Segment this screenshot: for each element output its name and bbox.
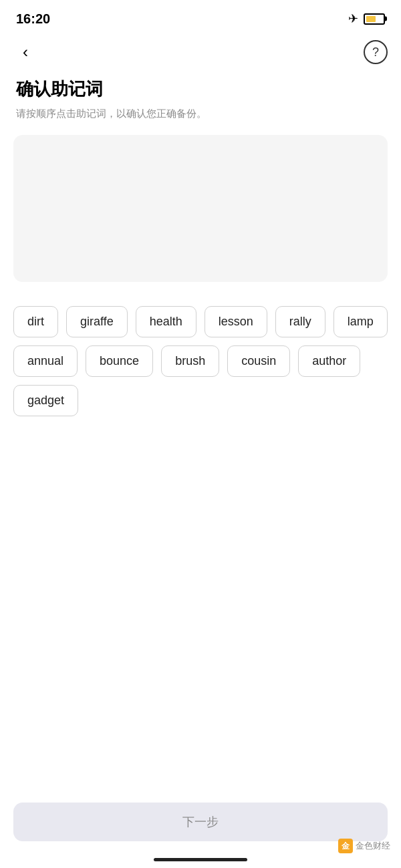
- help-button[interactable]: ?: [364, 40, 388, 64]
- word-chip-annual[interactable]: annual: [13, 345, 78, 377]
- back-button[interactable]: ‹: [13, 40, 37, 64]
- word-chip-lesson[interactable]: lesson: [205, 306, 267, 337]
- question-mark-icon: ?: [372, 45, 379, 59]
- words-container: dirtgiraffehealthlessonrallylampannualbo…: [0, 295, 401, 427]
- airplane-icon: ✈: [348, 11, 358, 26]
- word-chip-author[interactable]: author: [298, 345, 360, 377]
- home-indicator: [154, 858, 247, 861]
- selection-area: [13, 135, 388, 282]
- word-chip-health[interactable]: health: [136, 306, 196, 337]
- word-chip-giraffe[interactable]: giraffe: [66, 306, 128, 337]
- status-bar: 16:20 ✈: [0, 0, 401, 35]
- page-header: 确认助记词 请按顺序点击助记词，以确认您正确备份。: [0, 72, 401, 135]
- battery-icon: [364, 13, 385, 25]
- battery-fill: [366, 16, 376, 22]
- footer: 下一步: [0, 803, 401, 841]
- word-chip-lamp[interactable]: lamp: [333, 306, 388, 337]
- word-chip-cousin[interactable]: cousin: [227, 345, 290, 377]
- watermark: 金 金色财经: [338, 839, 390, 853]
- watermark-logo: 金: [338, 839, 353, 853]
- word-chip-dirt[interactable]: dirt: [13, 306, 58, 337]
- page-title: 确认助记词: [16, 78, 385, 101]
- back-chevron-icon: ‹: [23, 44, 28, 60]
- status-time: 16:20: [16, 11, 50, 27]
- status-icons: ✈: [348, 11, 385, 26]
- word-chip-brush[interactable]: brush: [161, 345, 219, 377]
- nav-bar: ‹ ?: [0, 35, 401, 72]
- watermark-text: 金色财经: [356, 840, 390, 852]
- next-button[interactable]: 下一步: [13, 803, 388, 841]
- word-chip-bounce[interactable]: bounce: [86, 345, 153, 377]
- page-subtitle: 请按顺序点击助记词，以确认您正确备份。: [16, 106, 385, 122]
- word-chip-rally[interactable]: rally: [275, 306, 325, 337]
- word-chip-gadget[interactable]: gadget: [13, 385, 78, 416]
